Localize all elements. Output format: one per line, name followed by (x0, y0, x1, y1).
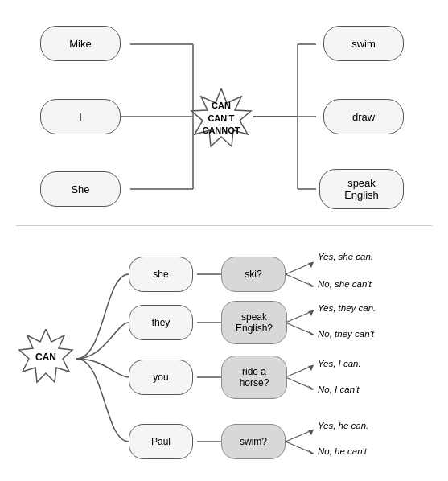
svg-line-26 (286, 377, 314, 389)
subject-paul: Paul (129, 424, 193, 459)
svg-line-22 (286, 323, 314, 335)
answer-you-yes: Yes, I can. (318, 359, 361, 368)
answer-paul-yes: Yes, he can. (318, 421, 368, 430)
divider (16, 225, 432, 226)
bottom-modal-star: CAN (14, 329, 77, 387)
subject-they: they (129, 305, 193, 340)
svg-marker-21 (308, 310, 314, 316)
subject-she: She (40, 171, 121, 207)
subject-mike: Mike (40, 26, 121, 61)
verb-swim-q: swim? (221, 424, 286, 459)
svg-marker-31 (308, 450, 314, 454)
verb-swim: swim (323, 26, 404, 61)
diagram-container: Mike I She CANCAN'TCANNOT swim draw spea… (0, 0, 448, 481)
verb-draw: draw (323, 99, 404, 134)
svg-marker-17 (308, 262, 314, 268)
answer-they-no: No, they can't (318, 329, 374, 339)
subject-you: you (129, 360, 193, 395)
center-modal-star: CANCAN'TCANNOT (185, 88, 257, 149)
top-diagram: Mike I She CANCAN'TCANNOT swim draw spea… (0, 8, 448, 225)
verb-speak-english: speak English (319, 169, 404, 209)
answer-paul-no: No, he can't (318, 446, 367, 456)
verb-ski: ski? (221, 257, 286, 292)
svg-line-30 (286, 442, 314, 454)
answer-they-yes: Yes, they can. (318, 303, 376, 313)
svg-line-24 (286, 365, 314, 377)
verb-ride-horse: ride a horse? (221, 356, 287, 399)
answer-you-no: No, I can't (318, 384, 359, 394)
svg-line-18 (286, 274, 314, 286)
svg-line-20 (286, 310, 314, 323)
verb-speak-english-q: speak English? (221, 301, 287, 344)
svg-marker-29 (308, 430, 314, 435)
svg-line-16 (286, 262, 314, 274)
bottom-diagram: CAN she ski? Yes, she can. No, she can't… (0, 234, 448, 481)
subject-she-q: she (129, 257, 193, 292)
svg-marker-25 (308, 365, 314, 371)
svg-marker-19 (308, 282, 314, 287)
svg-line-28 (286, 430, 314, 442)
answer-she-yes: Yes, she can. (318, 252, 373, 261)
subject-i: I (40, 99, 121, 134)
svg-marker-23 (308, 331, 314, 335)
answer-she-no: No, she can't (318, 279, 372, 289)
svg-marker-27 (308, 385, 314, 390)
